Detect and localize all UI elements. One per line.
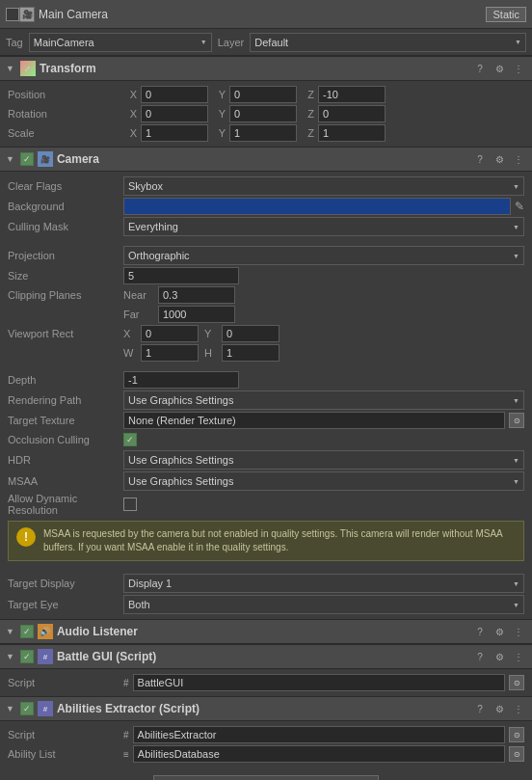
- battle-gui-settings-btn[interactable]: ⚙: [492, 649, 507, 664]
- scale-z-field[interactable]: [318, 124, 386, 142]
- scale-y-field[interactable]: [229, 124, 297, 142]
- audio-listener-icon: 🔊: [38, 624, 53, 639]
- near-field[interactable]: [158, 286, 235, 304]
- rot-y-label: Y: [212, 108, 226, 120]
- warning-text: MSAA is requested by the camera but not …: [43, 527, 516, 554]
- audio-listener-enabled[interactable]: ✓: [20, 625, 34, 638]
- far-field[interactable]: [158, 306, 235, 323]
- dynamic-res-label: Allow Dynamic Resolution: [8, 493, 123, 516]
- dynamic-res-checkbox[interactable]: [123, 498, 137, 511]
- abilities-settings-btn[interactable]: ⚙: [492, 701, 507, 716]
- occlusion-culling-label: Occlusion Culling: [8, 434, 123, 445]
- scale-x-field[interactable]: [141, 124, 208, 142]
- clipping-planes-value: Near: [123, 286, 524, 304]
- transform-help-btn[interactable]: ?: [472, 61, 488, 76]
- abilities-extractor-actions: ? ⚙ ⋮: [472, 701, 526, 716]
- target-eye-label: Target Eye: [8, 599, 123, 610]
- rot-x-field[interactable]: [141, 105, 208, 122]
- hdr-dropdown[interactable]: Use Graphics Settings: [123, 450, 524, 470]
- vp-x-field[interactable]: [141, 325, 199, 342]
- size-field[interactable]: [123, 267, 239, 284]
- scale-label: Scale: [8, 127, 123, 139]
- static-badge[interactable]: Static: [486, 7, 526, 22]
- rendering-path-dropdown[interactable]: Use Graphics Settings: [123, 390, 524, 410]
- pos-y-field[interactable]: [229, 86, 297, 103]
- abilities-help-btn[interactable]: ?: [472, 701, 488, 716]
- target-display-dropdown[interactable]: Display 1: [123, 574, 524, 593]
- audio-listener-expand[interactable]: ▼: [6, 627, 14, 636]
- battle-gui-help-btn[interactable]: ?: [472, 649, 488, 664]
- clear-flags-label: Clear Flags: [8, 180, 123, 192]
- battle-gui-properties: Script # BattleGUI ⊙: [0, 669, 532, 696]
- culling-mask-dropdown[interactable]: Everything: [123, 217, 524, 236]
- scale-y-label: Y: [212, 127, 226, 139]
- abilities-script-label: Script: [8, 729, 123, 740]
- object-enabled-checkbox[interactable]: [6, 8, 19, 21]
- occlusion-culling-checkbox[interactable]: ✓: [123, 433, 137, 446]
- audio-settings-btn[interactable]: ⚙: [492, 624, 507, 639]
- transform-menu-btn[interactable]: ⋮: [511, 61, 526, 76]
- background-color-field[interactable]: [123, 198, 511, 215]
- pos-z-field[interactable]: [318, 86, 386, 103]
- abilities-extractor-expand[interactable]: ▼: [6, 704, 14, 713]
- hdr-row: HDR Use Graphics Settings: [0, 449, 532, 471]
- camera-enabled-checkbox[interactable]: ✓: [20, 152, 34, 166]
- vp-h-field[interactable]: [222, 344, 279, 362]
- vp-y-label: Y: [204, 328, 216, 339]
- vp-y-field[interactable]: [222, 325, 279, 342]
- layer-label: Layer: [218, 37, 245, 48]
- target-eye-value: Both: [123, 595, 524, 614]
- depth-field[interactable]: [123, 371, 239, 389]
- rot-x-label: X: [123, 108, 137, 120]
- target-eye-dropdown[interactable]: Both: [123, 595, 524, 614]
- ability-list-icon: ≡: [123, 749, 129, 760]
- camera-help-btn[interactable]: ?: [472, 151, 488, 167]
- msaa-row: MSAA Use Graphics Settings: [0, 471, 532, 492]
- audio-help-btn[interactable]: ?: [472, 624, 488, 639]
- msaa-warning-box: ! MSAA is requested by the camera but no…: [8, 521, 524, 561]
- battle-gui-script-label: Script: [8, 677, 123, 688]
- target-texture-browse[interactable]: ⊙: [509, 413, 524, 428]
- projection-dropdown[interactable]: Orthographic: [123, 246, 524, 265]
- far-row: Far: [0, 305, 532, 324]
- battle-gui-enabled[interactable]: ✓: [20, 650, 34, 663]
- camera-settings-btn[interactable]: ⚙: [492, 151, 507, 167]
- projection-label: Projection: [8, 250, 123, 261]
- battle-gui-icon: #: [38, 649, 53, 664]
- vp-x-label: X: [123, 328, 135, 339]
- abilities-menu-btn[interactable]: ⋮: [511, 701, 526, 716]
- rot-z-field[interactable]: [318, 105, 386, 122]
- ability-list-field[interactable]: AbilitiesDatabase: [133, 745, 505, 763]
- target-eye-row: Target Eye Both: [0, 594, 532, 615]
- tag-dropdown[interactable]: MainCamera: [29, 33, 212, 52]
- audio-menu-btn[interactable]: ⋮: [511, 624, 526, 639]
- camera-menu-btn[interactable]: ⋮: [511, 151, 526, 167]
- abilities-script-field[interactable]: AbilitiesExtractor: [133, 726, 505, 743]
- target-texture-field[interactable]: None (Render Texture): [123, 412, 505, 429]
- abilities-extractor-enabled[interactable]: ✓: [20, 702, 34, 715]
- background-row: Background ✎: [0, 197, 532, 216]
- far-value: Far: [123, 306, 524, 323]
- layer-dropdown[interactable]: Default: [250, 33, 526, 52]
- pos-x-field[interactable]: [141, 86, 208, 103]
- target-display-value: Display 1: [123, 574, 524, 593]
- rot-y-field[interactable]: [229, 105, 297, 122]
- battle-gui-script-browse[interactable]: ⊙: [509, 675, 524, 690]
- msaa-dropdown[interactable]: Use Graphics Settings: [123, 471, 524, 491]
- clipping-planes-row: Clipping Planes Near: [0, 285, 532, 305]
- battle-gui-menu-btn[interactable]: ⋮: [511, 649, 526, 664]
- transform-expand[interactable]: ▼: [6, 64, 14, 73]
- scale-row: Scale X Y Z: [0, 123, 532, 143]
- add-component-button[interactable]: Add Component: [153, 775, 379, 780]
- abilities-script-browse[interactable]: ⊙: [509, 727, 524, 742]
- ability-list-browse[interactable]: ⊙: [509, 746, 524, 762]
- transform-settings-btn[interactable]: ⚙: [492, 61, 507, 76]
- clear-flags-dropdown[interactable]: Skybox: [123, 176, 524, 196]
- battle-gui-script-field[interactable]: BattleGUI: [133, 674, 505, 691]
- battle-gui-expand[interactable]: ▼: [6, 652, 14, 661]
- culling-mask-label: Culling Mask: [8, 221, 123, 232]
- eyedropper-icon[interactable]: ✎: [515, 200, 524, 213]
- abilities-extractor-icon: #: [38, 701, 53, 716]
- camera-expand[interactable]: ▼: [6, 154, 14, 164]
- vp-w-field[interactable]: [141, 344, 199, 362]
